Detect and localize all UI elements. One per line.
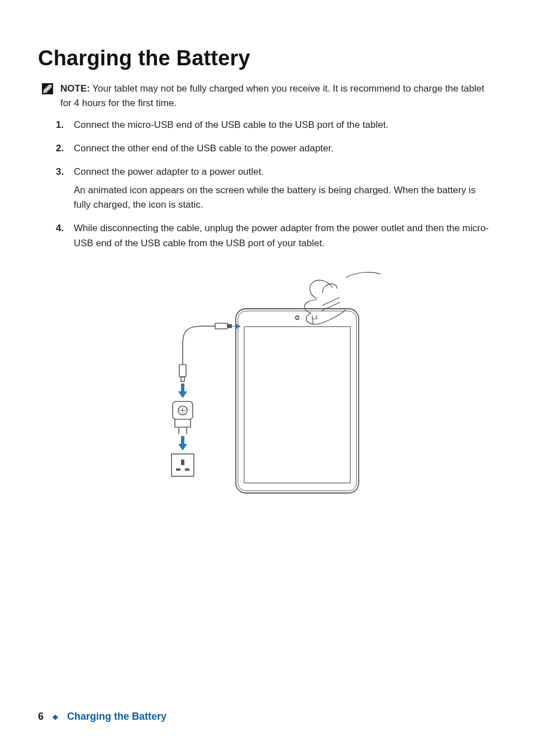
step-text: While disconnecting the cable, unplug th… [74, 223, 489, 248]
diamond-icon: ◆ [53, 711, 58, 722]
svg-rect-27 [185, 468, 189, 471]
svg-rect-5 [236, 309, 359, 493]
step-text: Connect the power adapter to a power out… [74, 166, 264, 177]
svg-rect-14 [181, 377, 184, 381]
note-label: NOTE: [60, 83, 90, 94]
svg-rect-15 [181, 384, 184, 391]
svg-rect-23 [181, 436, 184, 444]
step-item: While disconnecting the cable, unplug th… [72, 221, 495, 251]
svg-marker-11 [232, 324, 241, 329]
step-text: Connect the micro-USB end of the USB cab… [74, 119, 388, 130]
svg-point-8 [296, 316, 299, 319]
step-text: Connect the other end of the USB cable t… [74, 143, 334, 154]
svg-rect-6 [238, 311, 356, 491]
svg-rect-9 [215, 323, 227, 329]
step-item: Connect the power adapter to a power out… [72, 165, 495, 212]
svg-rect-10 [227, 324, 232, 328]
steps-list: Connect the micro-USB end of the USB cab… [38, 118, 495, 251]
svg-marker-24 [178, 444, 187, 451]
svg-rect-26 [176, 468, 180, 471]
note-pencil-icon [41, 83, 54, 99]
page-heading: Charging the Battery [38, 42, 495, 75]
svg-rect-13 [179, 365, 186, 377]
note-block: NOTE: Your tablet may not be fully charg… [41, 82, 495, 111]
footer-section-name: Charging the Battery [67, 709, 166, 725]
figure-charging-diagram [38, 260, 495, 505]
page-number: 6 [38, 709, 44, 725]
svg-marker-16 [178, 391, 187, 398]
svg-rect-7 [244, 327, 350, 483]
note-text: Your tablet may not be fully charged whe… [60, 83, 484, 108]
step-item: Connect the micro-USB end of the USB cab… [72, 118, 495, 132]
page-footer: 6 ◆ Charging the Battery [38, 709, 166, 725]
svg-rect-28 [181, 460, 184, 465]
step-item: Connect the other end of the USB cable t… [72, 141, 495, 156]
step-subtext: An animated icon appears on the screen w… [74, 183, 495, 213]
